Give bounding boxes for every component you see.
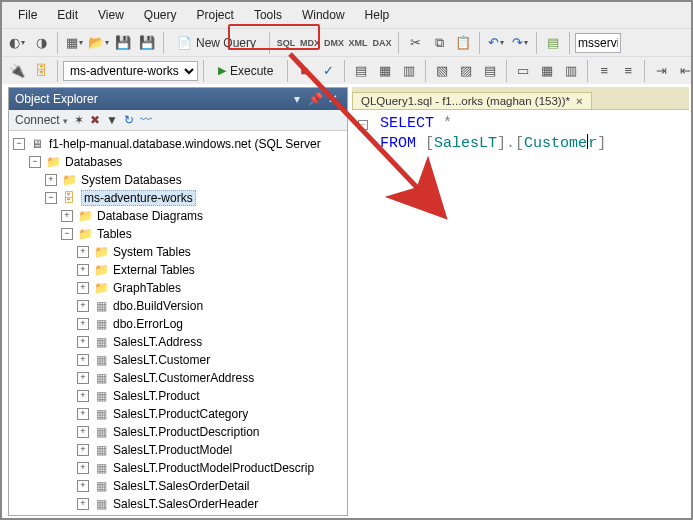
engine-query-button[interactable]: SQL <box>275 32 297 54</box>
nav-fwd-button[interactable]: ◑ <box>30 32 52 54</box>
server-icon: 🖥 <box>29 137 45 151</box>
tree-table-node[interactable]: +▦SalesLT.SalesOrderHeader <box>11 495 345 513</box>
menu-help[interactable]: Help <box>355 5 400 25</box>
sql-editor[interactable]: − SELECT * FROM [SalesLT].[Customer] <box>352 109 689 516</box>
results-text-icon: ▭ <box>517 63 529 78</box>
save-all-button[interactable]: 💾 <box>136 32 158 54</box>
outdent-button[interactable]: ⇤ <box>674 60 693 82</box>
tree-table-node[interactable]: +▦dbo.BuildVersion <box>11 297 345 315</box>
mdx-query-button[interactable]: MDX <box>299 32 321 54</box>
tree-diagrams-node[interactable]: +📁Database Diagrams <box>11 207 345 225</box>
intellisense-button[interactable]: ▥ <box>398 60 420 82</box>
object-explorer-tree[interactable]: −🖥f1-help-manual.database.windows.net (S… <box>9 131 347 515</box>
registered-servers-button[interactable]: ▤ <box>542 32 564 54</box>
tree-systables-node[interactable]: +📁System Tables <box>11 243 345 261</box>
include-plan-button[interactable]: ▧ <box>431 60 453 82</box>
tree-table-node[interactable]: +▦dbo.ErrorLog <box>11 315 345 333</box>
query-options-button[interactable]: ▦ <box>374 60 396 82</box>
connect-button[interactable]: Connect ▾ <box>15 113 68 127</box>
nav-back-button[interactable]: ◐▾ <box>6 32 28 54</box>
comment-button[interactable]: ≡ <box>593 60 615 82</box>
undo-button[interactable]: ↶▾ <box>485 32 507 54</box>
table-icon: ▦ <box>93 497 109 511</box>
copy-button[interactable]: ⧉ <box>428 32 450 54</box>
tree-table-node[interactable]: +▦SalesLT.ProductModelProductDescrip <box>11 459 345 477</box>
client-stats-button[interactable]: ▤ <box>479 60 501 82</box>
execute-button[interactable]: ▶ Execute <box>209 60 282 82</box>
save-button[interactable]: 💾 <box>112 32 134 54</box>
paste-icon: 📋 <box>455 35 471 50</box>
tab-label: QLQuery1.sql - f1...orks (maghan (153))* <box>361 95 570 107</box>
client-stats-icon: ▤ <box>484 63 496 78</box>
tree-table-node[interactable]: +▦SalesLT.Product <box>11 387 345 405</box>
paste-button[interactable]: 📋 <box>452 32 474 54</box>
refresh-icon[interactable]: ↻ <box>124 113 134 127</box>
database-combo[interactable]: ms-adventure-works <box>63 61 198 81</box>
tree-userdb-node[interactable]: −🗄ms-adventure-works <box>11 189 345 207</box>
table-icon: ▦ <box>93 461 109 475</box>
table-icon: ▦ <box>93 371 109 385</box>
tree-table-node[interactable]: +▦SalesLT.Customer <box>11 351 345 369</box>
filter-icon[interactable]: ▼ <box>106 113 118 127</box>
activity-icon[interactable]: 〰 <box>140 113 152 127</box>
open-button[interactable]: 📂▾ <box>87 32 110 54</box>
plan-icon: ▤ <box>355 63 367 78</box>
dmx-query-button[interactable]: DMX <box>323 32 345 54</box>
tree-table-node[interactable]: +▦SalesLT.ProductModel <box>11 441 345 459</box>
tree-table-node[interactable]: +▦SalesLT.Address <box>11 333 345 351</box>
menu-file[interactable]: File <box>8 5 47 25</box>
results-grid-button[interactable]: ▦ <box>536 60 558 82</box>
results-text-button[interactable]: ▭ <box>512 60 534 82</box>
fold-icon[interactable]: − <box>358 120 368 130</box>
new-project-button[interactable]: ▦▾ <box>63 32 85 54</box>
live-stats-button[interactable]: ▨ <box>455 60 477 82</box>
panel-pin-icon[interactable]: 📌 <box>307 92 323 106</box>
table-icon: ▦ <box>93 317 109 331</box>
change-connection-button[interactable]: 🔌 <box>6 60 28 82</box>
results-file-icon: ▥ <box>565 63 577 78</box>
panel-close-icon[interactable]: ✕ <box>325 92 341 106</box>
menu-project[interactable]: Project <box>187 5 244 25</box>
tree-sysdb-node[interactable]: +📁System Databases <box>11 171 345 189</box>
uncomment-icon: ≡ <box>625 63 633 78</box>
dax-query-button[interactable]: DAX <box>371 32 393 54</box>
editor-tab[interactable]: QLQuery1.sql - f1...orks (maghan (153))*… <box>352 92 592 109</box>
check-icon: ✓ <box>323 63 334 78</box>
display-plan-button[interactable]: ▤ <box>350 60 372 82</box>
xmla-query-button[interactable]: XML <box>347 32 369 54</box>
object-explorer-panel: Object Explorer ▾ 📌 ✕ Connect ▾ ✶ ✖ ▼ ↻ … <box>8 87 348 516</box>
parse-button[interactable]: ✓ <box>317 60 339 82</box>
table-icon: ▦ <box>93 389 109 403</box>
panel-dropdown-icon[interactable]: ▾ <box>289 92 305 106</box>
tree-exttables-node[interactable]: +📁External Tables <box>11 261 345 279</box>
menu-window[interactable]: Window <box>292 5 355 25</box>
tree-table-node[interactable]: +▦SalesLT.CustomerAddress <box>11 369 345 387</box>
server-combo[interactable] <box>575 33 621 53</box>
tree-server-node[interactable]: −🖥f1-help-manual.database.windows.net (S… <box>11 135 345 153</box>
menu-view[interactable]: View <box>88 5 134 25</box>
redo-button[interactable]: ↷▾ <box>509 32 531 54</box>
uncomment-button[interactable]: ≡ <box>617 60 639 82</box>
results-file-button[interactable]: ▥ <box>560 60 582 82</box>
tree-tables-node[interactable]: −📁Tables <box>11 225 345 243</box>
cancel-query-button[interactable]: ■ <box>293 60 315 82</box>
available-db-button[interactable]: 🗄 <box>30 60 52 82</box>
indent-button[interactable]: ⇥ <box>650 60 672 82</box>
new-project-icon: ▦ <box>66 35 78 50</box>
menu-query[interactable]: Query <box>134 5 187 25</box>
new-query-button[interactable]: 📄 New Query <box>169 34 264 52</box>
live-stats-icon: ▨ <box>460 63 472 78</box>
stop-icon: ■ <box>300 63 308 78</box>
tree-table-node[interactable]: +▦SalesLT.SalesOrderDetail <box>11 477 345 495</box>
stop-icon-2[interactable]: ✖ <box>90 113 100 127</box>
tab-close-icon[interactable]: × <box>576 95 583 107</box>
list-icon: ▥ <box>403 63 415 78</box>
cut-button[interactable]: ✂ <box>404 32 426 54</box>
menu-edit[interactable]: Edit <box>47 5 88 25</box>
menu-tools[interactable]: Tools <box>244 5 292 25</box>
tree-table-node[interactable]: +▦SalesLT.ProductCategory <box>11 405 345 423</box>
tree-graphtables-node[interactable]: +📁GraphTables <box>11 279 345 297</box>
tree-databases-node[interactable]: −📁Databases <box>11 153 345 171</box>
disconnect-icon[interactable]: ✶ <box>74 113 84 127</box>
tree-table-node[interactable]: +▦SalesLT.ProductDescription <box>11 423 345 441</box>
